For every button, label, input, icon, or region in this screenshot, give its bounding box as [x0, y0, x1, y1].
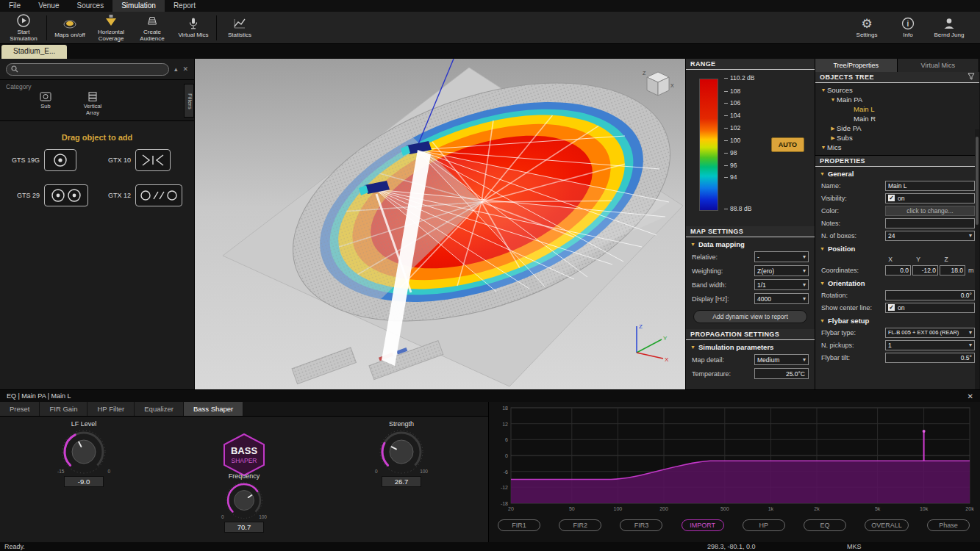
tab-preset[interactable]: Preset — [0, 402, 40, 416]
flybar-tilt-input[interactable]: 0.5° — [885, 353, 975, 363]
search-input[interactable] — [22, 66, 164, 73]
fir3-button[interactable]: FIR3 — [620, 519, 662, 531]
strength-knob[interactable]: Strength 0 100 26.7 — [359, 420, 444, 487]
category-vertical-array-button[interactable]: Vertical Array — [76, 92, 109, 116]
close-panel-icon[interactable]: ✕ — [182, 66, 188, 73]
weighting-dropdown[interactable]: Z(ero) — [754, 265, 809, 276]
library-item-gts29[interactable]: GTS 29 — [6, 184, 97, 206]
phase-button[interactable]: Phase — [927, 519, 970, 531]
category-sub-button[interactable]: Sub — [29, 92, 62, 116]
visibility-checkbox[interactable]: ✓on — [885, 193, 975, 204]
tab-fir-gain[interactable]: FIR Gain — [40, 402, 87, 416]
relative-dropdown[interactable]: - — [754, 251, 809, 262]
info-button[interactable]: i Info — [887, 16, 929, 38]
map-detail-dropdown[interactable]: Medium — [754, 354, 809, 365]
boxes-dropdown[interactable]: 24 — [885, 231, 975, 241]
search-box[interactable] — [6, 63, 169, 76]
bandwidth-dropdown[interactable]: 1/1 — [754, 279, 809, 290]
menu-venue[interactable]: Venue — [29, 0, 68, 12]
coordinate-x-input[interactable]: 0.0 — [885, 265, 911, 276]
overall-button[interactable]: OVERALL — [865, 519, 909, 531]
expand-icon[interactable]: ▶ — [829, 135, 837, 141]
menu-file[interactable]: File — [0, 0, 29, 12]
viewport-3d[interactable]: Z X Z Y X — [195, 59, 685, 389]
svg-text:20k: 20k — [965, 506, 974, 511]
display-frequency-dropdown[interactable]: 4000 — [754, 293, 809, 304]
eq-button[interactable]: EQ — [804, 519, 846, 531]
coordinate-z-input[interactable]: 18.0 — [940, 265, 965, 276]
tree-item-main-r[interactable]: Main R — [815, 114, 979, 123]
tab-equalizer[interactable]: Equalizer — [135, 402, 184, 416]
filter-funnel-icon[interactable] — [968, 73, 975, 82]
centerline-checkbox[interactable]: ✓on — [885, 303, 975, 313]
auto-range-button[interactable]: AUTO — [771, 137, 804, 152]
spl-colorbar[interactable] — [699, 79, 718, 211]
start-simulation-button[interactable]: Start Simulation — [3, 13, 44, 42]
add-dynamic-view-button[interactable]: Add dynamic view to report — [693, 310, 807, 323]
eq-curve-plot[interactable]: 18 12 6 0 -6 -12 -18 20 50 100 200 — [493, 405, 974, 516]
tree-item-subs[interactable]: ▶ Subs — [815, 133, 979, 143]
audience-icon — [145, 13, 160, 28]
create-audience-button[interactable]: Create Audience — [132, 13, 173, 42]
expand-icon[interactable]: ▼ — [829, 97, 837, 102]
tree-item-sources[interactable]: ▼ Sources — [815, 85, 979, 95]
eq-title: EQ | Main PA | Main L — [7, 392, 71, 400]
statistics-button[interactable]: Statistics — [219, 16, 260, 38]
user-account-button[interactable]: Bernd Jung — [929, 16, 970, 38]
document-tab[interactable]: Stadium_E... — [1, 45, 67, 59]
fir2-button[interactable]: FIR2 — [559, 519, 601, 531]
maps-onoff-button[interactable]: Maps on/off — [49, 16, 90, 38]
color-change-button[interactable]: click to change... — [885, 206, 975, 216]
hp-button[interactable]: HP — [743, 519, 785, 531]
import-button[interactable]: IMPORT — [682, 519, 724, 531]
coordinate-y-input[interactable]: -12.0 — [912, 265, 938, 276]
tab-hp-filter[interactable]: HP Filter — [87, 402, 135, 416]
tab-virtual-mics[interactable]: Virtual Mics — [898, 59, 980, 72]
properties-scrollbar[interactable] — [975, 129, 979, 389]
simulation-parameters-section[interactable]: Simulation parameters — [686, 340, 815, 353]
expand-icon[interactable]: ▶ — [829, 126, 837, 132]
orientation-section[interactable]: Orientation — [815, 276, 979, 289]
svg-text:50: 50 — [569, 506, 575, 511]
flybar-setup-section[interactable]: Flybar setup — [815, 314, 979, 326]
status-cursor-coordinates: 298.3, -80.1, 0.0 — [707, 542, 756, 551]
tree-item-mics[interactable]: ▼ Mics — [815, 143, 979, 152]
menu-sources[interactable]: Sources — [68, 0, 113, 12]
name-input[interactable]: Main L — [885, 181, 975, 191]
tab-tree-properties[interactable]: Tree/Properties — [815, 59, 898, 72]
expand-icon[interactable]: ▼ — [820, 145, 827, 150]
menu-simulation[interactable]: Simulation — [112, 0, 165, 12]
knob-value: 26.7 — [382, 476, 421, 487]
pickups-dropdown[interactable]: 1 — [885, 340, 975, 350]
library-item-gts19g[interactable]: GTS 19G — [6, 149, 97, 171]
close-eq-icon[interactable]: ✕ — [968, 392, 973, 400]
view-cube[interactable]: Z X — [641, 68, 675, 101]
flybar-type-dropdown[interactable]: FL-B 005 + EXT 006 (REAR) — [885, 328, 975, 338]
frequency-response-graph[interactable]: 18 12 6 0 -6 -12 -18 20 50 100 200 — [489, 402, 980, 543]
library-item-gtx10[interactable]: GTX 10 — [97, 149, 188, 171]
stadium-heatmap-view[interactable] — [195, 59, 685, 389]
temperature-input[interactable]: 25.0°C — [754, 368, 809, 379]
tree-item-main-l[interactable]: Main L — [815, 104, 979, 114]
settings-button[interactable]: ⚙ Settings — [846, 16, 887, 38]
position-section[interactable]: Position — [815, 242, 979, 254]
virtual-mics-button[interactable]: Virtual Mics — [173, 16, 214, 38]
horizontal-coverage-button[interactable]: Horizontal Coverage — [90, 13, 132, 42]
filters-tab[interactable]: Filters — [184, 84, 194, 118]
tree-item-side-pa[interactable]: ▶ Side PA — [815, 123, 979, 133]
svg-text:Z: Z — [639, 323, 643, 330]
lf-level-knob[interactable]: LF Level -15 0 -9.0 — [41, 420, 126, 487]
expand-icon[interactable]: ▼ — [820, 87, 827, 93]
frequency-knob[interactable]: Frequency 0 100 70.7 — [201, 472, 287, 533]
fir1-button[interactable]: FIR1 — [498, 519, 540, 531]
general-section[interactable]: General — [815, 167, 979, 179]
notes-input[interactable] — [885, 218, 975, 228]
library-search-row: ▴ ✕ — [0, 59, 194, 79]
collapse-panel-icon[interactable]: ▴ — [174, 66, 178, 73]
library-item-gtx12[interactable]: GTX 12 — [97, 184, 188, 206]
menu-report[interactable]: Report — [165, 0, 204, 12]
tab-bass-shaper[interactable]: Bass Shaper — [184, 402, 243, 416]
tree-item-main-pa[interactable]: ▼ Main PA — [815, 95, 979, 104]
rotation-input[interactable]: 0.0° — [885, 290, 975, 300]
data-mapping-section[interactable]: Data mapping — [686, 237, 815, 250]
